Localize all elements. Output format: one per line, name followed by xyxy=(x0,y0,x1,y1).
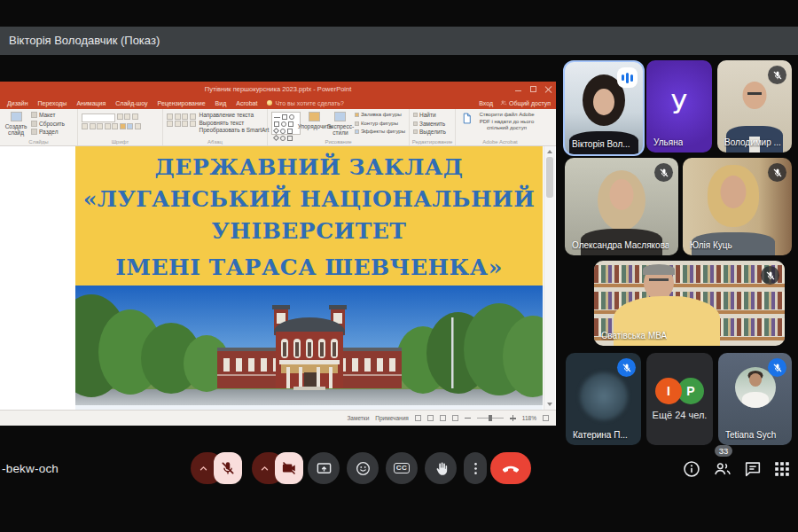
lightbulb-icon xyxy=(267,100,272,106)
presenter-label: Вікторія Володавчик (Показ) xyxy=(9,34,160,47)
slide-title-line-4: ІМЕНІ ТАРАСА ШЕВЧЕНКА» xyxy=(115,252,503,284)
slide-title-line-1: ДЕРЖАВНИЙ ЗАКЛАД xyxy=(155,152,464,184)
cc-icon: CC xyxy=(394,463,411,473)
raise-hand-button[interactable] xyxy=(425,452,457,484)
participants-count-badge: 33 xyxy=(715,445,732,457)
slide-title-line-3: УНІВЕРСИТЕТ xyxy=(212,215,407,247)
meeting-details-button[interactable] xyxy=(682,459,701,479)
presenter-bar: Вікторія Володавчик (Показ) xyxy=(0,27,798,55)
tab-animations: Анимация xyxy=(76,100,106,106)
overflow-participants-tile[interactable]: I P Ещё 24 чел. xyxy=(646,353,713,445)
participant-name: Юлія Куць xyxy=(690,240,732,250)
more-participants-label: Ещё 24 чел. xyxy=(646,410,713,420)
replace-button: Заменить xyxy=(419,121,445,127)
mic-off-icon xyxy=(765,270,776,281)
participant-tile-volodymyr[interactable]: Володимир ... xyxy=(717,60,792,153)
quick-styles-icon xyxy=(334,112,346,121)
people-icon xyxy=(713,459,732,479)
camera-off-icon xyxy=(281,460,297,476)
participant-tile-kateryna[interactable]: Катерина П... xyxy=(566,353,641,445)
ppt-slide-canvas: ДЕРЖАВНИЙ ЗАКЛАД «ЛУГАНСЬКИЙ НАЦІОНАЛЬНИ… xyxy=(0,146,556,410)
tab-slideshow: Слайд-шоу xyxy=(115,100,147,106)
arrange-button: Упорядочить xyxy=(303,112,326,136)
camera-control-group xyxy=(252,452,303,484)
share-label: Общий доступ xyxy=(509,100,551,106)
present-button[interactable] xyxy=(308,452,340,484)
participant-name: Катерина П... xyxy=(573,430,628,440)
overflow-avatars: I P xyxy=(646,378,713,404)
new-slide-button: Создать слайд xyxy=(4,112,28,136)
scrollbar-thumb xyxy=(546,157,553,198)
tab-design: Дизайн xyxy=(7,100,28,106)
mic-toggle-button[interactable] xyxy=(214,452,242,484)
mic-off-icon xyxy=(772,70,783,81)
ppt-window-title: Путівник першокурсника 2023.pptx - Power… xyxy=(0,82,556,97)
mic-muted-badge xyxy=(761,266,779,285)
text-direction-button: Направление текста xyxy=(200,112,270,118)
close-icon xyxy=(544,85,552,93)
participant-name: Tetiana Sych xyxy=(725,430,776,440)
ppt-status-bar: Заметки Примечания 118% xyxy=(0,410,556,426)
more-options-button[interactable] xyxy=(464,452,487,484)
maximize-icon xyxy=(529,85,537,93)
participant-tile-oleksandra[interactable]: Олександра Маслякова xyxy=(565,158,678,255)
ppt-ribbon-tabs: Дизайн Переходы Анимация Слайд-шоу Рецен… xyxy=(0,97,556,109)
select-button: Выделить xyxy=(419,129,446,135)
participant-tile-viktoriia[interactable]: Вікторія Вол... xyxy=(563,60,645,156)
end-call-button[interactable] xyxy=(490,452,531,484)
participant-tile-ulyana[interactable]: У Ульяна xyxy=(646,60,712,153)
participants-button[interactable] xyxy=(713,459,732,479)
ribbon-group-paragraph: Направление текста Выровнять текст Преоб… xyxy=(163,109,268,145)
view-sorter-icon xyxy=(427,415,434,421)
editing-group-label: Редактирование xyxy=(410,139,455,145)
tab-acrobat: Acrobat xyxy=(236,100,257,106)
screen-share-region[interactable]: Путівник першокурсника 2023.pptx - Power… xyxy=(0,82,556,426)
arrange-icon xyxy=(309,112,320,121)
shapes-gallery xyxy=(271,112,301,135)
mic-off-icon xyxy=(772,168,783,178)
avatar-initial-i: I xyxy=(655,378,682,404)
captions-button[interactable]: CC xyxy=(386,452,418,484)
ppt-ribbon: Создать слайд Макет Сбросить Раздел Слай… xyxy=(0,109,556,146)
ribbon-group-font: Шрифт xyxy=(78,109,163,145)
create-pdf-button: Створити файл Adobe PDF і надати до ньог… xyxy=(474,112,540,132)
participant-tile-yuliia[interactable]: Юлія Куць xyxy=(683,158,792,255)
comments-button: Примечания xyxy=(375,415,409,421)
reset-button: Сбросить xyxy=(39,121,65,127)
minimize-icon xyxy=(514,85,522,93)
camera-toggle-button[interactable] xyxy=(275,452,303,484)
ppt-window-controls xyxy=(514,85,552,93)
quick-styles-button: Экспресс-стили xyxy=(329,112,352,136)
tell-me-box: Что вы хотите сделать? xyxy=(267,100,343,106)
slide-title-block: ДЕРЖАВНИЙ ЗАКЛАД «ЛУГАНСЬКИЙ НАЦІОНАЛЬНИ… xyxy=(75,146,543,286)
pdf-icon xyxy=(461,112,473,125)
participant-name: Вікторія Вол... xyxy=(572,139,630,149)
participant-name: Сватівська МВА xyxy=(601,331,667,340)
acrobat-group-label: Adobe Acrobat xyxy=(456,139,544,145)
paragraph-group-label: Абзац xyxy=(163,139,267,145)
chevron-up-icon xyxy=(198,463,209,474)
view-slideshow-icon xyxy=(452,415,458,421)
new-slide-icon xyxy=(11,112,22,121)
font-name-field xyxy=(82,113,115,122)
chat-button[interactable] xyxy=(743,459,763,479)
tab-view: Вид xyxy=(215,100,227,106)
participant-name: Ульяна xyxy=(653,137,683,147)
tab-review: Рецензирование xyxy=(158,100,206,106)
ribbon-group-editing: Найти Заменить Выделить Редактирование xyxy=(410,109,456,145)
mic-muted-badge xyxy=(768,358,786,377)
end-call-icon xyxy=(501,458,520,478)
reactions-button[interactable] xyxy=(347,452,379,484)
zoom-out-icon xyxy=(465,418,471,419)
tab-transitions: Переходы xyxy=(38,100,67,106)
blurred-avatar xyxy=(580,372,628,420)
university-building-photo xyxy=(75,286,543,405)
mic-muted-badge xyxy=(768,163,786,182)
info-icon xyxy=(682,459,701,479)
chat-icon xyxy=(743,459,763,479)
participant-tile-svativska[interactable]: Сватівська МВА xyxy=(594,261,785,346)
mic-muted-badge xyxy=(768,66,786,84)
activities-button[interactable] xyxy=(772,459,792,479)
zoom-in-icon xyxy=(510,415,516,421)
participant-tile-tetiana[interactable]: Tetiana Sych xyxy=(718,353,792,445)
